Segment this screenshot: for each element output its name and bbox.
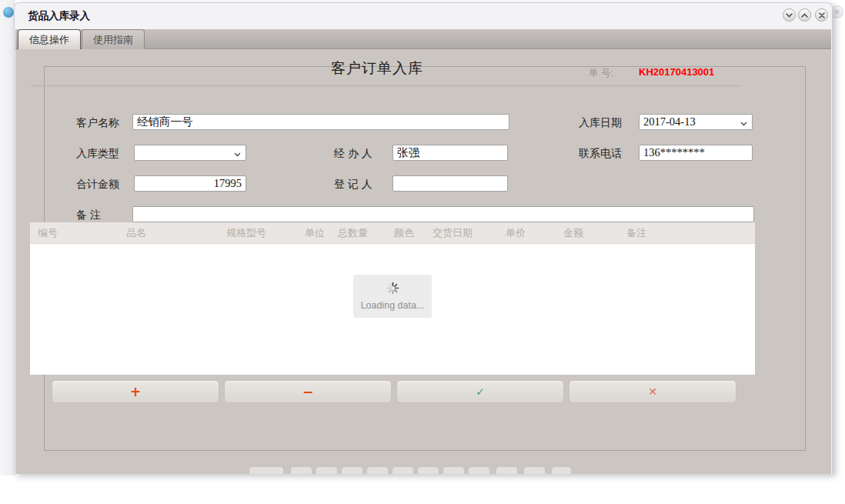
minus-icon: − [302, 384, 313, 399]
tab-content: 客户订单入库 单 号: KH20170413001 客户名称 入库日期 2017… [15, 49, 831, 474]
chevron-down-icon [740, 115, 752, 129]
window-expand-button[interactable] [798, 8, 811, 22]
entry-type-label: 入库类型 [76, 147, 119, 161]
check-icon: ✓ [476, 386, 485, 398]
total-amount-input[interactable] [134, 175, 246, 192]
total-amount-label: 合计金额 [76, 178, 119, 192]
background-toolbar-button [417, 466, 439, 474]
confirm-button[interactable]: ✓ [396, 380, 564, 403]
tab-label: 使用指南 [93, 33, 133, 47]
contact-phone-label: 联系电话 [579, 147, 622, 161]
customer-name-input[interactable] [132, 114, 509, 130]
chevron-up-icon [801, 13, 808, 18]
entry-date-value: 2017-04-13 [640, 115, 740, 129]
chevron-down-icon [786, 13, 793, 18]
dialog-title: 货品入库录入 [28, 9, 90, 23]
column-header-color[interactable]: 颜色 [386, 226, 425, 240]
loading-spinner-icon [386, 282, 399, 298]
handler-input[interactable] [392, 145, 508, 161]
column-header-id[interactable]: 编号 [30, 226, 119, 240]
form-title: 客户订单入库 [15, 58, 739, 78]
column-header-spec-model[interactable]: 规格型号 [219, 226, 297, 240]
column-header-product-name[interactable]: 品名 [119, 226, 219, 240]
grid-action-bar: + − ✓ ✕ [52, 380, 736, 403]
column-header-unit-price[interactable]: 单价 [498, 226, 556, 240]
order-no-label: 单 号: [589, 67, 613, 80]
grid-body: Loading data... [30, 244, 755, 375]
handler-label: 经 办 人 [334, 147, 372, 161]
background-toolbar-button [392, 466, 414, 474]
entry-date-label: 入库日期 [579, 116, 622, 130]
background-toolbar-button [468, 466, 490, 474]
tab-bar: 信息操作 使用指南 [15, 29, 831, 49]
window-collapse-button[interactable] [783, 8, 796, 22]
background-toolbar-button [523, 466, 546, 474]
screen: ✕ 货品入库录入 信息操作 [0, 0, 845, 504]
chevron-down-icon [234, 146, 245, 160]
loading-text: Loading data... [361, 300, 425, 311]
registrar-input[interactable] [392, 175, 508, 192]
registrar-label: 登 记 人 [334, 178, 372, 192]
grid-header-row: 编号 品名 规格型号 单位 总数量 颜色 交货日期 单价 金额 备注 [30, 222, 755, 244]
column-header-remark[interactable]: 备注 [619, 226, 755, 240]
background-app-edge [0, 0, 15, 476]
entry-date-select[interactable]: 2017-04-13 [639, 114, 753, 130]
tab-info-operations[interactable]: 信息操作 [18, 29, 81, 49]
column-header-amount[interactable]: 金额 [556, 226, 619, 240]
background-toolbar-button [290, 466, 312, 474]
remove-row-button[interactable]: − [224, 380, 392, 403]
background-toolbar-button [366, 466, 389, 474]
goods-entry-dialog: 货品入库录入 信息操作 使用指南 [14, 2, 833, 474]
order-no-value: KH20170413001 [639, 66, 714, 78]
column-header-delivery-date[interactable]: 交货日期 [425, 226, 498, 240]
background-toolbar-button [341, 466, 363, 474]
entry-type-select[interactable] [134, 145, 246, 161]
customer-name-label: 客户名称 [76, 116, 119, 130]
tab-label: 信息操作 [29, 33, 69, 47]
cancel-button[interactable]: ✕ [569, 380, 736, 403]
loading-indicator: Loading data... [353, 275, 432, 318]
items-grid: 编号 品名 规格型号 单位 总数量 颜色 交货日期 单价 金额 备注 [30, 222, 755, 375]
close-icon [819, 12, 825, 18]
column-header-unit[interactable]: 单位 [297, 226, 330, 240]
tab-user-guide[interactable]: 使用指南 [82, 29, 145, 49]
app-logo-icon [3, 7, 14, 18]
x-icon: ✕ [648, 386, 657, 398]
remark-input[interactable] [132, 206, 754, 222]
dialog-titlebar[interactable]: 货品入库录入 [15, 3, 832, 28]
title-separator [31, 85, 742, 86]
background-toolbar-button [496, 466, 518, 474]
plus-icon: + [130, 384, 141, 399]
background-toolbar-button [249, 466, 284, 474]
background-toolbar-button [316, 466, 338, 474]
window-close-button[interactable] [815, 8, 828, 22]
background-toolbar-button [443, 466, 465, 474]
background-toolbar-button [551, 466, 572, 474]
add-row-button[interactable]: + [52, 380, 219, 403]
column-header-quantity[interactable]: 总数量 [330, 226, 386, 240]
contact-phone-input[interactable] [639, 145, 753, 161]
remark-label: 备 注 [76, 209, 101, 222]
